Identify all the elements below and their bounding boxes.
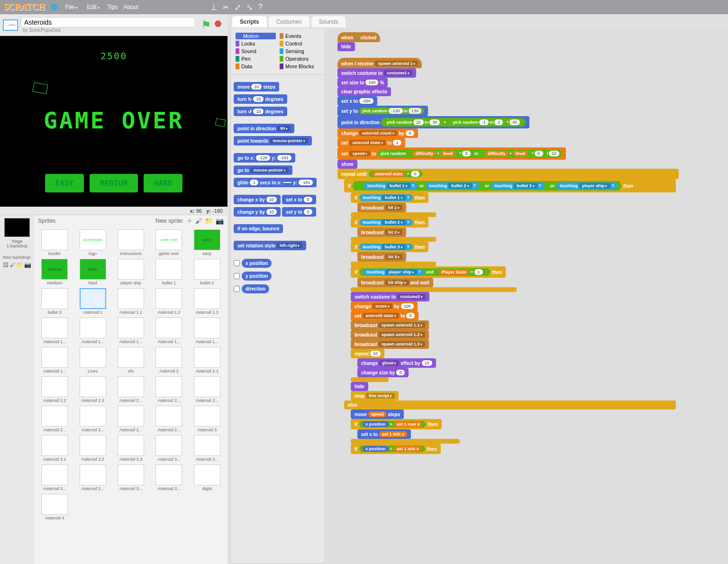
block-set-x[interactable]: set x to0 <box>282 195 316 204</box>
category-events[interactable]: Events <box>280 33 320 39</box>
stage-medium-button[interactable]: MEDIUM <box>90 174 138 192</box>
tab-sounds[interactable]: Sounds <box>311 16 346 27</box>
sprite-item[interactable]: ·Asteroid 1... <box>36 346 73 374</box>
category-looks[interactable]: Looks <box>236 40 276 47</box>
category-data[interactable]: Data <box>236 63 276 70</box>
category-sensing[interactable]: Sensing <box>280 48 320 55</box>
backdrop-library-icon[interactable]: 🖼 <box>3 262 9 268</box>
direction-monitor-checkbox[interactable] <box>234 286 240 292</box>
sprite-item[interactable]: ·Asteroid 2... <box>150 375 187 404</box>
stop-icon[interactable]: ⬣ <box>214 18 222 32</box>
sprite-item[interactable]: ·Asteroid 4 <box>36 493 73 521</box>
about-menu[interactable]: About <box>123 4 138 10</box>
sprite-item[interactable]: ·Asteroid 3... <box>112 464 149 492</box>
backdrop-paint-icon[interactable]: 🖌 <box>9 262 15 268</box>
sprite-item[interactable]: ·Asteroid 3... <box>150 464 187 492</box>
sprite-item[interactable]: MEDIUMmedium <box>36 258 73 286</box>
script-when-receive[interactable]: when I receivespawn asteroid 1 switch co… <box>337 58 719 454</box>
category-operators[interactable]: Operators <box>280 55 320 62</box>
sprite-item[interactable]: GAME OVERgame over <box>150 228 187 257</box>
sprite-item[interactable]: ·Asteroid 1... <box>112 317 149 345</box>
block-goto-xy[interactable]: go to x:-128y:-181 <box>234 153 295 163</box>
sprite-item[interactable]: ·Asteroid 3.1 <box>36 434 73 463</box>
sprite-item[interactable]: ·Asteroid 2... <box>150 405 187 433</box>
scratch-logo[interactable]: SCRATCH <box>4 2 45 12</box>
sprite-item[interactable]: ·Asteroid 1... <box>36 317 73 345</box>
sprite-item[interactable]: ·Lives <box>74 346 111 374</box>
block-turn-cw[interactable]: turn ↻ 15degrees <box>234 94 287 104</box>
block-point-towards[interactable]: point towardsmouse-pointer <box>234 136 312 146</box>
green-flag-icon[interactable]: ⚑ <box>201 18 211 32</box>
sprite-item[interactable]: ·Asteroid 2... <box>36 405 73 433</box>
sprite-item[interactable]: ·Asteroid 1.1 <box>112 287 149 316</box>
stage-hard-button[interactable]: HARD <box>144 174 183 192</box>
backdrop-upload-icon[interactable]: 📁 <box>16 262 23 268</box>
block-x-position[interactable]: x position <box>242 259 272 268</box>
grow-icon[interactable]: ⤢ <box>235 3 241 12</box>
sprite-item[interactable]: ·Asteroid 2.2 <box>36 375 73 404</box>
file-menu[interactable]: File <box>64 4 80 10</box>
sprite-item[interactable]: ·Asteroid 2... <box>112 405 149 433</box>
sprite-paint-icon[interactable]: 🖌 <box>195 217 202 225</box>
sprite-item[interactable]: ·Asteroid 1... <box>189 317 226 345</box>
help-icon[interactable]: ? <box>258 3 263 12</box>
sprite-item[interactable]: ·digits <box>189 464 226 492</box>
ypos-monitor-checkbox[interactable] <box>234 273 240 279</box>
sprite-item[interactable]: ·Asteroid 1... <box>150 317 187 345</box>
category-sound[interactable]: Sound <box>236 48 276 55</box>
category-control[interactable]: Control <box>280 40 320 47</box>
script-when-flag[interactable]: when ⚑ clicked hide <box>337 32 719 51</box>
block-turn-ccw[interactable]: turn ↺ 15degrees <box>234 107 287 116</box>
block-rotation-style[interactable]: set rotation styleleft-right <box>234 241 306 250</box>
block-glide[interactable]: glide1secs to x:y:-181 <box>234 178 317 187</box>
sprite-item[interactable]: ·bullet 1 <box>150 258 187 286</box>
block-set-y[interactable]: set y to0 <box>282 207 316 217</box>
block-y-position[interactable]: y position <box>242 272 272 281</box>
sprite-item[interactable]: EASYeasy <box>189 228 226 257</box>
sprite-library-icon[interactable]: ✧ <box>187 217 192 225</box>
xpos-monitor-checkbox[interactable] <box>234 260 240 266</box>
sprite-item[interactable]: ·Asteroid 3 <box>189 405 226 433</box>
category-pen[interactable]: Pen <box>236 55 276 62</box>
tab-scripts[interactable]: Scripts <box>232 16 267 27</box>
sprite-item[interactable]: ·Asteroid 3... <box>74 464 111 492</box>
project-title-input[interactable] <box>21 17 195 27</box>
fullscreen-icon[interactable]: ⛶v461 <box>3 19 18 31</box>
stage-area[interactable]: 2500 GAME OVER EASY MEDIUM HARD <box>0 36 228 207</box>
sprite-item[interactable]: ·Asteroid 2... <box>74 405 111 433</box>
tab-costumes[interactable]: Costumes <box>269 16 309 27</box>
scripts-canvas[interactable]: when ⚑ clicked hide when I receivespawn … <box>328 27 728 564</box>
block-goto[interactable]: go tomouse-pointer <box>234 165 292 175</box>
sprite-item[interactable]: ·player ship <box>112 258 149 286</box>
sprite-camera-icon[interactable]: 📷 <box>216 217 224 225</box>
cut-icon[interactable]: ✂ <box>223 3 229 12</box>
block-direction[interactable]: direction <box>242 284 269 293</box>
stage-thumbnail[interactable] <box>4 218 30 237</box>
sprite-item[interactable]: ·Asteroid 3.3 <box>112 434 149 463</box>
sprite-item[interactable]: ·bullet 3 <box>36 287 73 316</box>
block-change-y[interactable]: change y by10 <box>234 207 281 217</box>
sprite-item[interactable]: ·ufo <box>112 346 149 374</box>
sprite-item[interactable]: ·Asteroid 3.2 <box>74 434 111 463</box>
category-motion[interactable]: Motion <box>236 33 276 39</box>
stage-easy-button[interactable]: EASY <box>45 174 84 192</box>
sprite-item[interactable]: ·Asteroid 2 <box>150 346 187 374</box>
globe-icon[interactable]: 🌐 <box>51 4 58 10</box>
sprite-item[interactable]: ·Asteroid 3... <box>36 464 73 492</box>
block-edge-bounce[interactable]: if on edge, bounce <box>234 224 283 233</box>
sprite-item[interactable]: ·Asteroid 3... <box>150 434 187 463</box>
backdrop-camera-icon[interactable]: 📷 <box>24 262 31 268</box>
sprite-item[interactable]: ·Asteroid 1.2 <box>150 287 187 316</box>
sprite-item[interactable]: ·bullet 2 <box>189 258 226 286</box>
sprite-item[interactable]: ·Asteroid 1... <box>74 317 111 345</box>
sprite-upload-icon[interactable]: 📁 <box>205 217 213 225</box>
sprite-item[interactable]: ·instructions <box>112 228 149 257</box>
sprite-item[interactable]: ·Asteroid 3... <box>189 434 226 463</box>
sprite-item[interactable]: ·Asteroid 1 <box>74 287 111 316</box>
tips-menu[interactable]: Tips <box>107 4 118 10</box>
block-change-x[interactable]: change x by10 <box>234 195 281 204</box>
shrink-icon[interactable]: ⤡ <box>246 3 253 12</box>
edit-menu[interactable]: Edit <box>85 4 101 10</box>
sprite-item[interactable]: ASTEROIDSlogo <box>74 228 111 257</box>
sprite-item[interactable]: border <box>36 228 73 257</box>
